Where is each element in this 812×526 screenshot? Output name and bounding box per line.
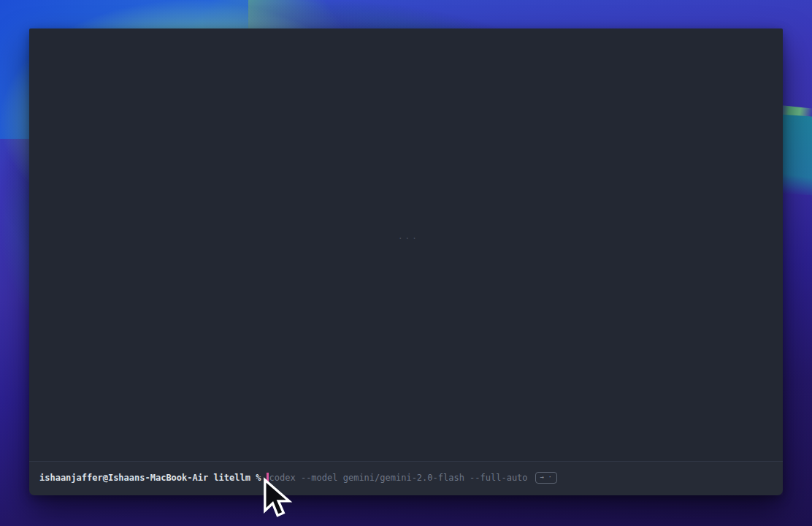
prompt-directory: litellm (213, 472, 250, 484)
loading-ellipsis: ··· (398, 234, 419, 243)
prompt-symbol: % (256, 472, 261, 484)
terminal-output-area: ··· (29, 28, 783, 461)
text-cursor-caret (267, 473, 269, 484)
wallpaper-teal-patch (780, 114, 812, 195)
prompt-user-host: ishaanjaffer@Ishaans-MacBook-Air (39, 472, 208, 484)
terminal-window[interactable]: ··· ishaanjaffer@Ishaans-MacBook-Air lit… (29, 28, 783, 495)
autosuggestion-text: codex --model gemini/gemini-2.0-flash --… (269, 472, 528, 484)
terminal-prompt-line[interactable]: ishaanjaffer@Ishaans-MacBook-Air litellm… (29, 462, 783, 495)
accept-suggestion-key-hint-badge: → · (535, 472, 557, 484)
